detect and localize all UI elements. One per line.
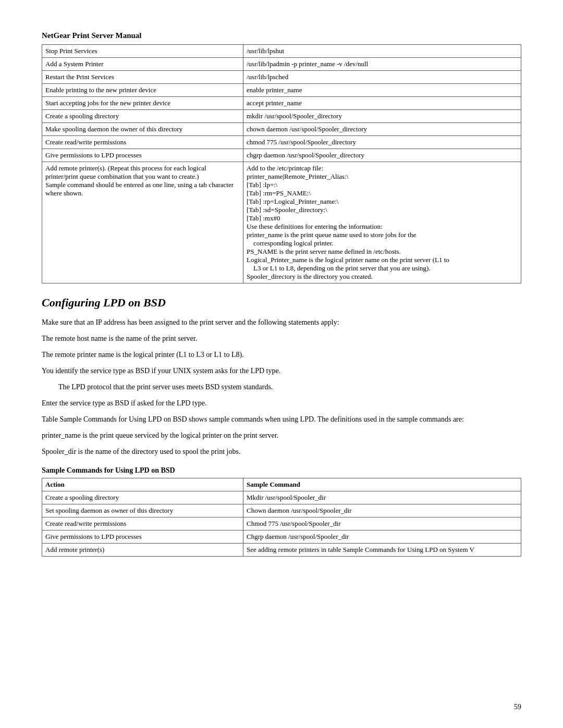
table-row: Restart the Print Services — [42, 71, 243, 84]
table-row: Chmod 775 /usr/spool/Spooler_dir — [243, 517, 521, 530]
table-row: Enable printing to the new printer devic… — [42, 84, 243, 97]
paragraph: You identify the service type as BSD if … — [42, 365, 521, 376]
table-row: Give permissions to LPD processes — [42, 530, 243, 544]
bsd-table: Action Sample Command Create a spooling … — [42, 478, 521, 557]
table-row: Add remote printer(s). (Repeat this proc… — [42, 162, 243, 283]
table-row: Create read/write permissions — [42, 136, 243, 149]
paragraph: Make sure that an IP address has been as… — [42, 317, 521, 328]
table-row: Give permissions to LPD processes — [42, 149, 243, 162]
bsd-col-command: Sample Command — [243, 478, 521, 491]
table-row: mkdir /usr/spool/Spooler_directory — [243, 110, 521, 123]
table-row: See adding remote printers in table Samp… — [243, 544, 521, 557]
table-row: Start accepting jobs for the new printer… — [42, 97, 243, 110]
table-row: Create a spooling directory — [42, 110, 243, 123]
paragraph: The LPD protocol that the print server u… — [58, 381, 521, 392]
paragraph: Table Sample Commands for Using LPD on B… — [42, 414, 521, 425]
table-row: Set spooling daemon as owner of this dir… — [42, 504, 243, 517]
table-row: chown daemon /usr/spool/Spooler_director… — [243, 123, 521, 136]
bsd-col-action: Action — [42, 478, 243, 491]
table2-heading: Sample Commands for Using LPD on BSD — [42, 466, 521, 475]
table-row: enable printer_name — [243, 84, 521, 97]
paragraph: Spooler_dir is the name of the directory… — [42, 446, 521, 457]
table-row: Add a System Printer — [42, 58, 243, 71]
page-subtitle: NetGear Print Server Manual — [42, 31, 521, 40]
table-row: accept printer_name — [243, 97, 521, 110]
table-row: /usr/lib/lpsched — [243, 71, 521, 84]
table-row: chmod 775 /usr/spool/Spooler_directory — [243, 136, 521, 149]
table-row: /usr/lib/lpshut — [243, 45, 521, 58]
paragraph: The remote printer name is the logical p… — [42, 349, 521, 360]
table-row: Add to the /etc/printcap file: printer_n… — [243, 162, 521, 283]
page-number: 59 — [514, 703, 521, 711]
table-row: Chown daemon /usr/spool/Spooler_dir — [243, 504, 521, 517]
paragraph: The remote host name is the name of the … — [42, 333, 521, 344]
section-title: Configuring LPD on BSD — [42, 296, 521, 310]
paragraph: printer_name is the print queue serviced… — [42, 430, 521, 441]
paragraph: Enter the service type as BSD if asked f… — [42, 398, 521, 409]
table-row: Create a spooling directory — [42, 491, 243, 504]
table-row: /usr/lib/lpadmin -p printer_name -v /dev… — [243, 58, 521, 71]
table-row: Make spooling daemon the owner of this d… — [42, 123, 243, 136]
system-v-table: Stop Print Services/usr/lib/lpshutAdd a … — [42, 44, 521, 283]
table-row: Chgrp daemon /usr/spool/Spooler_dir — [243, 530, 521, 544]
table-row: Create read/write permissions — [42, 517, 243, 530]
table-row: Mkdir /usr/spool/Spooler_dir — [243, 491, 521, 504]
table-row: Stop Print Services — [42, 45, 243, 58]
table-row: chgrp daemon /usr/spool/Spooler_director… — [243, 149, 521, 162]
table-row: Add remote printer(s) — [42, 544, 243, 557]
